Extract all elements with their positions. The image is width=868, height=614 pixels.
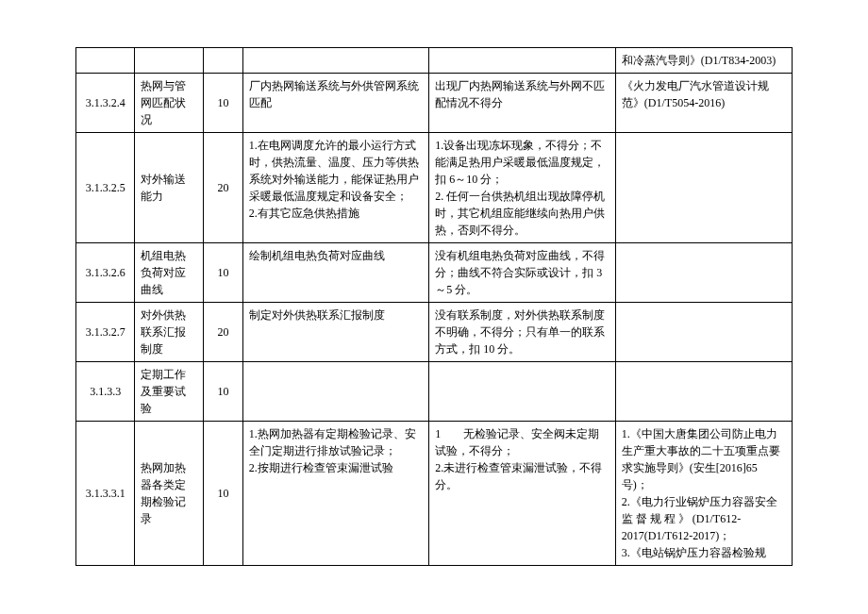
- row-criteria: 1 无检验记录、安全阀未定期试验，不得分； 2.未进行检查管束漏泄试验，不得分。: [429, 422, 616, 566]
- row-ref: [615, 243, 792, 303]
- row-name: 热网与管网匹配状况: [135, 74, 204, 133]
- row-desc: [242, 48, 429, 74]
- row-ref: 《火力发电厂汽水管道设计规范》(D1/T5054-2016): [615, 74, 792, 133]
- row-id: 3.1.3.3: [76, 362, 135, 422]
- row-desc: 1.在电网调度允许的最小运行方式时，供热流量、温度、压力等供热系统对外输送能力，…: [242, 133, 429, 243]
- row-ref: [615, 133, 792, 243]
- row-name: 热网加热器各类定期检验记录: [135, 422, 204, 566]
- row-criteria: 出现厂内热网输送系统与外网不匹配情况不得分: [429, 74, 616, 133]
- row-desc: 厂内热网输送系统与外供管网系统匹配: [242, 74, 429, 133]
- table-row: 3.1.3.2.4热网与管网匹配状况10厂内热网输送系统与外供管网系统匹配出现厂…: [76, 74, 793, 133]
- row-id: 3.1.3.2.6: [76, 243, 135, 303]
- row-ref: [615, 362, 792, 422]
- row-criteria: [429, 48, 616, 74]
- row-id: 3.1.3.2.7: [76, 303, 135, 362]
- row-criteria: 没有机组电热负荷对应曲线，不得分；曲线不符合实际或设计，扣 3～5 分。: [429, 243, 616, 303]
- row-id: 3.1.3.3.1: [76, 422, 135, 566]
- row-score: 20: [204, 303, 243, 362]
- row-score: 10: [204, 362, 243, 422]
- row-name: 对外供热联系汇报制度: [135, 303, 204, 362]
- row-id: 3.1.3.2.5: [76, 133, 135, 243]
- row-desc: [242, 362, 429, 422]
- row-ref: [615, 303, 792, 362]
- row-desc: 绘制机组电热负荷对应曲线: [242, 243, 429, 303]
- table-row: 3.1.3.3.1热网加热器各类定期检验记录101.热网加热器有定期检验记录、安…: [76, 422, 793, 566]
- row-name: [135, 48, 204, 74]
- row-criteria: 没有联系制度，对外供热联系制度不明确，不得分；只有单一的联系方式，扣 10 分。: [429, 303, 616, 362]
- table-row: 3.1.3.3定期工作及重要试验10: [76, 362, 793, 422]
- row-ref: 和冷蒸汽导则》(D1/T834-2003): [615, 48, 792, 74]
- row-id: [76, 48, 135, 74]
- row-score: 10: [204, 243, 243, 303]
- evaluation-table: 和冷蒸汽导则》(D1/T834-2003)3.1.3.2.4热网与管网匹配状况1…: [75, 47, 793, 566]
- row-score: 10: [204, 74, 243, 133]
- row-desc: 制定对外供热联系汇报制度: [242, 303, 429, 362]
- row-criteria: [429, 362, 616, 422]
- row-criteria: 1.设备出现冻坏现象，不得分；不能满足热用户采暖最低温度规定，扣 6～10 分；…: [429, 133, 616, 243]
- row-score: [204, 48, 243, 74]
- row-score: 10: [204, 422, 243, 566]
- row-name: 定期工作及重要试验: [135, 362, 204, 422]
- table-row: 3.1.3.2.6机组电热负荷对应曲线10绘制机组电热负荷对应曲线没有机组电热负…: [76, 243, 793, 303]
- table-row: 3.1.3.2.5对外输送能力201.在电网调度允许的最小运行方式时，供热流量、…: [76, 133, 793, 243]
- row-id: 3.1.3.2.4: [76, 74, 135, 133]
- row-score: 20: [204, 133, 243, 243]
- row-ref: 1.《中国大唐集团公司防止电力生产重大事故的二十五项重点要求实施导则》(安生[2…: [615, 422, 792, 566]
- table-row: 和冷蒸汽导则》(D1/T834-2003): [76, 48, 793, 74]
- row-desc: 1.热网加热器有定期检验记录、安全门定期进行排放试验记录； 2.按期进行检查管束…: [242, 422, 429, 566]
- row-name: 对外输送能力: [135, 133, 204, 243]
- row-name: 机组电热负荷对应曲线: [135, 243, 204, 303]
- table-row: 3.1.3.2.7对外供热联系汇报制度20制定对外供热联系汇报制度没有联系制度，…: [76, 303, 793, 362]
